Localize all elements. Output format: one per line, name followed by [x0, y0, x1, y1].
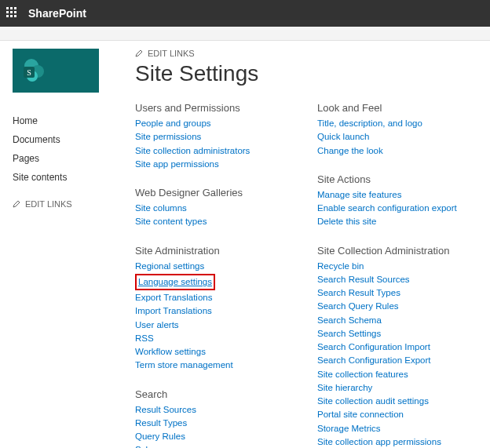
- sharepoint-site-icon: S: [20, 57, 47, 84]
- category-links: Recycle binSearch Result SourcesSearch R…: [317, 260, 474, 449]
- category-links: Title, description, and logoQuick launch…: [317, 117, 474, 158]
- settings-link[interactable]: Change the look: [317, 144, 474, 158]
- category-title: Site Actions: [317, 173, 474, 185]
- settings-link[interactable]: Result Types: [135, 417, 308, 430]
- settings-link[interactable]: Search Result Sources: [317, 273, 474, 286]
- category-title: Web Designer Galleries: [135, 187, 308, 199]
- highlight-box: Language settings: [135, 274, 215, 290]
- settings-category: Users and PermissionsPeople and groupsSi…: [135, 102, 308, 171]
- edit-links-nav[interactable]: EDIT LINKS: [13, 199, 130, 209]
- settings-link[interactable]: Title, description, and logo: [317, 117, 474, 130]
- settings-link[interactable]: Site content types: [135, 215, 308, 228]
- settings-link[interactable]: Storage Metrics: [317, 422, 474, 435]
- settings-category: Look and FeelTitle, description, and log…: [317, 102, 474, 158]
- edit-links-top-label: EDIT LINKS: [148, 49, 195, 58]
- settings-link[interactable]: Search Configuration Import: [317, 341, 474, 354]
- app-launcher-icon[interactable]: [6, 7, 19, 20]
- settings-link[interactable]: Regional settings: [135, 260, 308, 273]
- settings-link[interactable]: User alerts: [135, 319, 308, 332]
- settings-link[interactable]: Search Query Rules: [317, 300, 474, 313]
- content-area: S HomeDocumentsPagesSite contents EDIT L…: [0, 41, 490, 448]
- settings-link[interactable]: Result Sources: [135, 403, 308, 417]
- settings-link[interactable]: Site collection app permissions: [317, 435, 474, 448]
- settings-link[interactable]: Search Schema: [317, 314, 474, 327]
- settings-link[interactable]: Term store management: [135, 359, 308, 372]
- edit-links-label: EDIT LINKS: [25, 199, 72, 209]
- settings-category: Site Collection AdministrationRecycle bi…: [317, 245, 474, 449]
- settings-link[interactable]: Delete this site: [317, 215, 474, 228]
- left-column: S HomeDocumentsPagesSite contents EDIT L…: [13, 49, 130, 448]
- settings-category: Site ActionsManage site featuresEnable s…: [317, 173, 474, 229]
- nav-item[interactable]: Documents: [13, 130, 130, 149]
- settings-link[interactable]: Site columns: [135, 202, 308, 215]
- category-links: Site columnsSite content types: [135, 202, 308, 229]
- settings-link[interactable]: Site app permissions: [135, 158, 308, 171]
- category-links: People and groupsSite permissionsSite co…: [135, 117, 308, 171]
- settings-link[interactable]: Site hierarchy: [317, 381, 474, 395]
- site-logo[interactable]: S: [13, 49, 99, 93]
- category-links: Result SourcesResult TypesQuery RulesSch…: [135, 403, 308, 449]
- page-title: Site Settings: [135, 61, 477, 86]
- settings-category: Web Designer GalleriesSite columnsSite c…: [135, 187, 308, 229]
- brand-label: SharePoint: [28, 7, 86, 20]
- settings-link[interactable]: Site collection features: [317, 368, 474, 381]
- settings-link[interactable]: Schema: [135, 443, 308, 448]
- settings-link[interactable]: Import Translations: [135, 304, 308, 318]
- nav-item[interactable]: Home: [13, 111, 130, 130]
- settings-link[interactable]: Query Rules: [135, 430, 308, 443]
- settings-link[interactable]: Search Result Types: [317, 286, 474, 300]
- category-links: Manage site featuresEnable search config…: [317, 188, 474, 229]
- settings-link[interactable]: Search Settings: [317, 327, 474, 341]
- category-links: Regional settingsLanguage settingsExport…: [135, 260, 308, 373]
- category-title: Site Collection Administration: [317, 245, 474, 257]
- settings-link[interactable]: Export Translations: [135, 291, 308, 304]
- category-title: Look and Feel: [317, 102, 474, 114]
- settings-link[interactable]: Recycle bin: [317, 260, 474, 273]
- settings-link[interactable]: RSS: [135, 332, 308, 345]
- settings-link[interactable]: Site collection administrators: [135, 144, 308, 158]
- settings-link[interactable]: Quick launch: [317, 130, 474, 144]
- category-title: Search: [135, 388, 308, 400]
- suite-bar: SharePoint: [0, 0, 490, 27]
- settings-link[interactable]: Site permissions: [135, 130, 308, 144]
- settings-col-left: Users and PermissionsPeople and groupsSi…: [135, 102, 308, 448]
- category-title: Users and Permissions: [135, 102, 308, 114]
- settings-link[interactable]: People and groups: [135, 117, 308, 130]
- settings-link[interactable]: Language settings: [138, 275, 212, 289]
- settings-link[interactable]: Site collection audit settings: [317, 395, 474, 408]
- ribbon-placeholder: [0, 27, 490, 41]
- quick-launch-nav: HomeDocumentsPagesSite contents: [13, 111, 130, 187]
- nav-item[interactable]: Site contents: [13, 168, 130, 187]
- settings-col-right: Look and FeelTitle, description, and log…: [317, 102, 474, 448]
- pencil-icon: [135, 49, 143, 57]
- pencil-icon: [13, 200, 20, 208]
- nav-item[interactable]: Pages: [13, 149, 130, 168]
- main-column: EDIT LINKS Site Settings Users and Permi…: [130, 49, 477, 448]
- edit-links-top[interactable]: EDIT LINKS: [135, 49, 477, 58]
- settings-columns: Users and PermissionsPeople and groupsSi…: [135, 102, 477, 448]
- settings-category: SearchResult SourcesResult TypesQuery Ru…: [135, 388, 308, 449]
- settings-link[interactable]: Workflow settings: [135, 345, 308, 359]
- settings-link[interactable]: Enable search configuration export: [317, 202, 474, 215]
- category-title: Site Administration: [135, 245, 308, 257]
- settings-link[interactable]: Portal site connection: [317, 408, 474, 421]
- settings-link[interactable]: Manage site features: [317, 188, 474, 202]
- svg-text:S: S: [27, 68, 31, 77]
- settings-category: Site AdministrationRegional settingsLang…: [135, 245, 308, 373]
- settings-link[interactable]: Search Configuration Export: [317, 354, 474, 367]
